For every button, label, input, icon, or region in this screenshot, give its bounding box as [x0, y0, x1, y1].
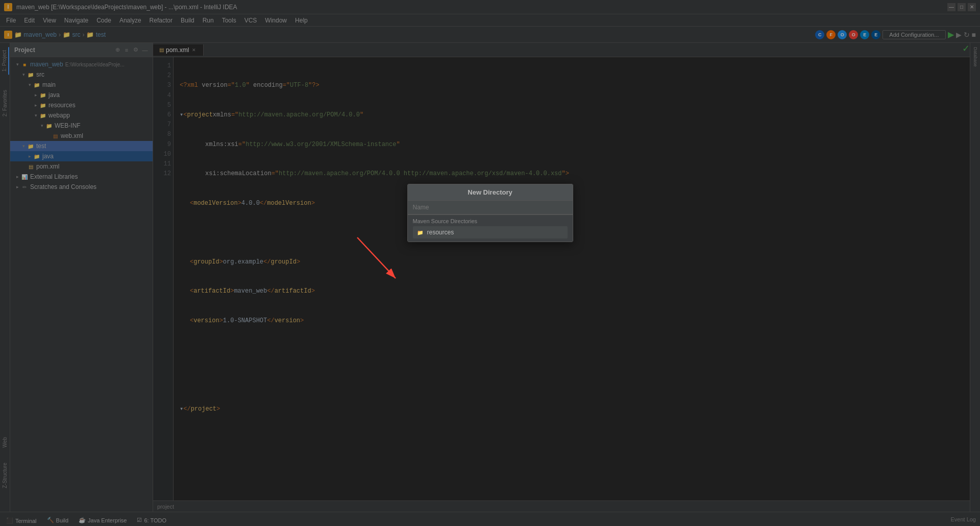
maven-section-title: Maven Source Directories	[413, 218, 568, 224]
modal-title: New Directory	[408, 184, 573, 201]
new-directory-modal: New Directory Maven Source Directories 📁…	[407, 184, 573, 242]
resources-option-label: resources	[427, 229, 454, 236]
directory-name-input[interactable]	[408, 201, 573, 214]
resources-option[interactable]: 📁 resources	[413, 226, 568, 238]
maven-source-section: Maven Source Directories 📁 resources	[408, 214, 573, 242]
modal-overlay: New Directory Maven Source Directories 📁…	[0, 0, 980, 526]
resources-folder-option-icon: 📁	[416, 228, 424, 236]
